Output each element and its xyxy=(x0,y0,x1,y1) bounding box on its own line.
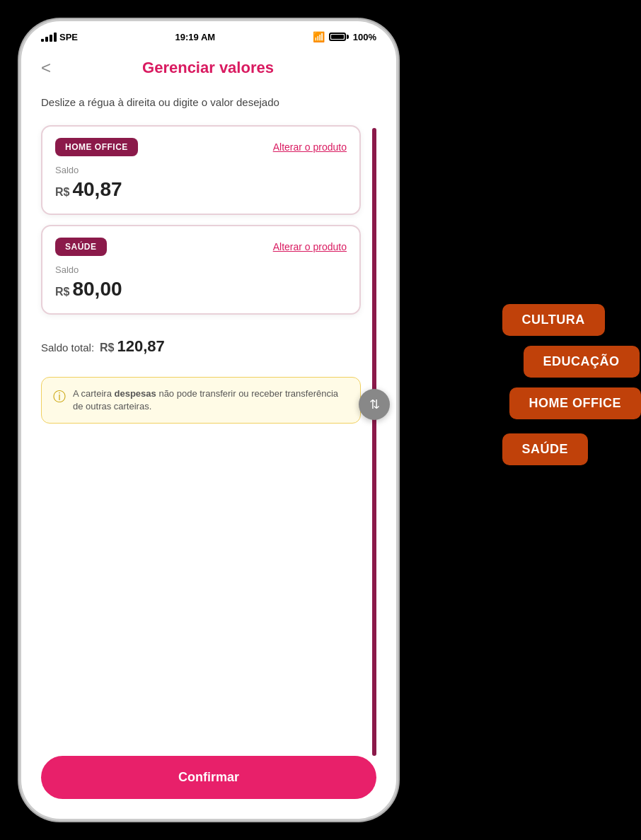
balance-value-1: R$40,87 xyxy=(55,178,347,201)
screen-content: < Gerenciar valores Deslize a régua à di… xyxy=(21,48,396,819)
saude-badge: SAÚDE xyxy=(55,238,107,256)
signal-icon xyxy=(41,33,57,42)
battery-label: 100% xyxy=(353,32,376,42)
page-title: Gerenciar valores xyxy=(57,59,359,77)
total-currency: R$ xyxy=(100,342,114,354)
wifi-icon: 📶 xyxy=(313,31,325,42)
header: < Gerenciar valores xyxy=(41,48,376,95)
floating-label-cultura: CULTURA xyxy=(502,304,605,336)
floating-label-saude: SAÚDE xyxy=(502,433,589,465)
currency-prefix-2: R$ xyxy=(55,286,69,298)
currency-prefix-1: R$ xyxy=(55,186,69,198)
saude-card: SAÚDE Alterar o produto Saldo R$80,00 xyxy=(41,225,361,315)
info-text: A carteira despesas não pode transferir … xyxy=(73,387,349,413)
alter-product-link-2[interactable]: Alterar o produto xyxy=(273,241,347,252)
cards-column: HOME OFFICE Alterar o produto Saldo R$40… xyxy=(41,125,361,756)
battery-icon xyxy=(329,33,349,41)
total-row: Saldo total: R$120,87 xyxy=(41,325,361,367)
balance-label-1: Saldo xyxy=(55,165,347,175)
home-office-card: HOME OFFICE Alterar o produto Saldo R$40… xyxy=(41,125,361,215)
time-label: 19:19 AM xyxy=(175,32,216,42)
info-banner: ⓘ A carteira despesas não pode transferi… xyxy=(41,377,361,424)
carrier-label: SPE xyxy=(59,32,78,42)
balance-label-2: Saldo xyxy=(55,264,347,275)
floating-label-educacao: EDUCAÇÃO xyxy=(524,346,640,378)
slider-thumb[interactable]: ⇅ xyxy=(359,389,390,420)
card-header-2: SAÚDE Alterar o produto xyxy=(55,238,347,256)
status-bar: SPE 19:19 AM 📶 100% xyxy=(21,21,396,48)
home-office-badge: HOME OFFICE xyxy=(55,138,138,156)
balance-value-2: R$80,00 xyxy=(55,278,347,301)
total-label: Saldo total: xyxy=(41,342,94,354)
floating-labels: CULTURA EDUCAÇÃO HOME OFFICE SAÚDE xyxy=(502,304,642,465)
info-icon: ⓘ xyxy=(53,388,66,405)
alter-product-link-1[interactable]: Alterar o produto xyxy=(273,141,347,153)
card-header-1: HOME OFFICE Alterar o produto xyxy=(55,138,347,156)
phone-shell: SPE 19:19 AM 📶 100% < Gerenciar valores … xyxy=(21,21,396,819)
back-button[interactable]: < xyxy=(41,55,57,81)
slider-track[interactable]: ⇅ xyxy=(372,128,376,756)
confirm-button[interactable]: Confirmar xyxy=(41,756,376,799)
main-area: HOME OFFICE Alterar o produto Saldo R$40… xyxy=(41,125,376,756)
instructions-text: Deslize a régua à direita ou digite o va… xyxy=(41,95,376,110)
slider-arrows-icon: ⇅ xyxy=(369,397,380,412)
floating-label-homeoffice: HOME OFFICE xyxy=(509,387,642,419)
total-value: R$120,87 xyxy=(100,337,165,356)
